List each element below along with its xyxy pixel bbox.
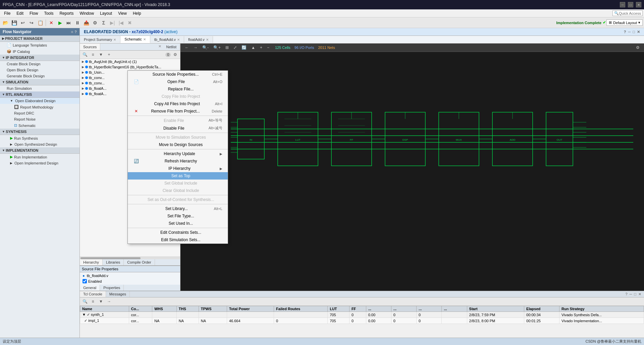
close-button[interactable]: ✕ xyxy=(636,2,641,7)
nav-section-rtl[interactable]: ▼ RTL ANALYSIS xyxy=(0,91,79,98)
menu-help[interactable]: Help xyxy=(130,10,144,16)
toolbar-sigma[interactable]: Σ xyxy=(100,19,108,27)
toolbar-b3[interactable]: ✖ xyxy=(126,19,134,27)
nav-icon-2[interactable]: ? xyxy=(74,30,77,34)
netlist-tab[interactable]: Netlist xyxy=(163,44,180,50)
toolbar-redo[interactable]: ↪ xyxy=(28,19,36,27)
hier-tab-hierarchy[interactable]: Hierarchy xyxy=(80,259,103,265)
ctx-disable-file[interactable]: Disable File Alt+减号 xyxy=(128,124,228,132)
sources-close[interactable]: ✕ xyxy=(157,44,163,50)
bottom-max[interactable]: □ xyxy=(634,292,636,296)
toolbar-delete[interactable]: ✕ xyxy=(47,19,55,27)
nav-generate-block-design[interactable]: Generate Block Design xyxy=(0,73,79,79)
sch-settings[interactable]: ⚙ xyxy=(634,44,641,51)
sch-down[interactable]: + xyxy=(258,44,264,51)
nav-section-simulation[interactable]: ▼ SIMULATION xyxy=(0,79,79,85)
source-item-hyperbolic[interactable]: ▶ tb_HyperBolicTangent16 (tb_HyperBolicT… xyxy=(80,64,180,70)
ctx-edit-simulation[interactable]: Edit Simulation Sets... xyxy=(128,236,228,244)
sch-refresh[interactable]: 🔄 xyxy=(240,44,248,51)
close-schematic[interactable]: ✕ xyxy=(143,38,146,41)
nav-open-elaborated[interactable]: ▼ Open Elaborated Design xyxy=(0,98,79,104)
nav-open-implemented[interactable]: ▶ Open Implemented Design xyxy=(0,160,79,166)
sources-settings-btn[interactable]: ⚙ xyxy=(171,51,179,58)
menu-file[interactable]: File xyxy=(1,10,13,16)
btm-search[interactable]: 🔍 xyxy=(81,298,89,305)
table-row-impl[interactable]: ✓ impl_1 cor... NA NA NA 46.664 0 705 0 … xyxy=(80,318,644,324)
schematic-canvas[interactable]: IN LUT FF DSP MUX ADD xyxy=(180,52,644,288)
ctx-ip-hierarchy[interactable]: IP Hierarchy ▶ xyxy=(128,165,228,172)
elab-close-icon[interactable]: ✕ xyxy=(637,30,640,34)
props-tab-general[interactable]: General xyxy=(80,285,100,291)
ctx-open-file[interactable]: 📄 Open File Alt+O xyxy=(128,78,228,85)
nav-ip-catalog[interactable]: 📦 IP Catalog xyxy=(0,48,79,55)
elab-help-icon[interactable]: ? xyxy=(624,30,626,34)
sources-search-btn[interactable]: 🔍 xyxy=(81,51,89,58)
menu-window[interactable]: Window xyxy=(77,10,97,16)
menu-layout[interactable]: Layout xyxy=(97,10,115,16)
sch-minus[interactable]: − xyxy=(265,44,271,51)
elab-max-icon[interactable]: □ xyxy=(633,30,635,34)
layout-dropdown[interactable]: ⊞ Default Layout ▾ xyxy=(606,19,643,26)
nav-section-synthesis[interactable]: ▼ SYNTHESIS xyxy=(0,129,79,135)
sources-expand-btn[interactable]: ≡ xyxy=(89,51,97,58)
menu-edit[interactable]: Edit xyxy=(14,10,26,16)
nav-schematic[interactable]: ⊡ Schematic xyxy=(0,122,79,129)
sch-back[interactable]: ← xyxy=(183,44,191,51)
close-tb-floatadd[interactable]: ✕ xyxy=(177,38,180,42)
minimize-button[interactable]: ─ xyxy=(620,2,625,7)
nav-section-ip-integrator[interactable]: ▼ IP INTEGRATOR xyxy=(0,55,79,61)
sch-up[interactable]: ▲ xyxy=(250,44,257,51)
nav-section-project[interactable]: ▶ PROJECT MANAGER xyxy=(0,36,79,42)
ctx-remove-file[interactable]: ✕ Remove File from Project... Delete xyxy=(128,108,228,115)
ctx-hierarchy-update[interactable]: Hierarchy Update ▶ xyxy=(128,150,228,157)
ctx-edit-constraints[interactable]: Edit Constraints Sets... xyxy=(128,229,228,236)
toolbar-step[interactable]: ⏭ xyxy=(65,19,73,27)
ctx-refresh-hierarchy[interactable]: 🔄 Refresh Hierarchy xyxy=(128,157,228,165)
nav-open-block-design[interactable]: Open Block Design xyxy=(0,67,79,73)
sources-add-btn[interactable]: + xyxy=(105,51,113,58)
sch-zoom-in[interactable]: 🔍+ xyxy=(212,44,222,51)
sources-tab[interactable]: Sources xyxy=(80,44,100,50)
nav-open-synthesized[interactable]: ▶ Open Synthesized Design xyxy=(0,141,79,147)
sch-expand[interactable]: ⤢ xyxy=(232,44,238,51)
toolbar-open[interactable]: 📂 xyxy=(1,19,9,27)
ctx-replace-file[interactable]: Replace File... xyxy=(128,85,228,93)
toolbar-undo[interactable]: ↩ xyxy=(19,19,27,27)
hier-tab-libraries[interactable]: Libraries xyxy=(103,259,124,265)
toolbar-copy[interactable]: 📋 xyxy=(36,19,44,27)
table-row-synth[interactable]: ▼ ✓ synth_1 cor... 705 0 0.00 0 0 xyxy=(80,312,644,318)
tab-project-summary[interactable]: Project Summary ✕ xyxy=(80,36,120,43)
nav-run-simulation[interactable]: Run Simulation xyxy=(0,85,79,91)
menu-reports[interactable]: Reports xyxy=(57,10,76,16)
ctx-source-node-props[interactable]: Source Node Properties... Ctrl+E xyxy=(128,71,228,78)
btm-next[interactable]: → xyxy=(105,298,113,305)
nav-report-drc[interactable]: Report DRC xyxy=(0,110,79,116)
elab-min-icon[interactable]: ─ xyxy=(628,30,631,34)
tab-tb-floatadd[interactable]: tb_floatAdd.v ✕ xyxy=(150,36,184,43)
nav-run-synthesis[interactable]: ▶ Run Synthesis xyxy=(0,135,79,141)
nav-create-block-design[interactable]: Create Block Design xyxy=(0,61,79,67)
toolbar-save2[interactable]: 📤 xyxy=(82,19,90,27)
nav-run-implementation[interactable]: ▶ Run Implementation xyxy=(0,154,79,160)
props-tab-properties[interactable]: Properties xyxy=(100,285,124,291)
ctx-set-file-type[interactable]: Set File Type... xyxy=(128,212,228,220)
close-floatadd[interactable]: ✕ xyxy=(206,38,209,42)
messages-tab[interactable]: Messages xyxy=(106,291,130,297)
bottom-min[interactable]: ─ xyxy=(630,292,632,296)
maximize-button[interactable]: □ xyxy=(628,2,633,7)
ctx-set-used-in[interactable]: Set Used In... xyxy=(128,220,228,227)
toolbar-pause[interactable]: ⏸ xyxy=(73,19,82,27)
tab-floatadd[interactable]: floatAdd.v ✕ xyxy=(184,36,213,43)
hier-tab-compile[interactable]: Compile Order xyxy=(124,259,155,265)
sch-fit[interactable]: ⊞ xyxy=(224,44,230,51)
bottom-help[interactable]: ? xyxy=(625,292,627,296)
nav-icon-1[interactable]: ≡ xyxy=(71,30,73,34)
toolbar-run[interactable]: ▶ xyxy=(56,19,64,27)
context-menu[interactable]: Source Node Properties... Ctrl+E 📄 Open … xyxy=(127,70,228,244)
enabled-checkbox[interactable] xyxy=(83,279,87,283)
ctx-set-as-top[interactable]: Set as Top xyxy=(128,172,228,180)
toolbar-b1[interactable]: ▶| xyxy=(108,19,116,27)
nav-section-implementation[interactable]: ▼ IMPLEMENTATION xyxy=(0,147,79,154)
ctx-copy-all-files[interactable]: Copy All Files Into Project Alt+I xyxy=(128,100,228,108)
ctx-set-library[interactable]: Set Library... Alt+L xyxy=(128,205,228,212)
